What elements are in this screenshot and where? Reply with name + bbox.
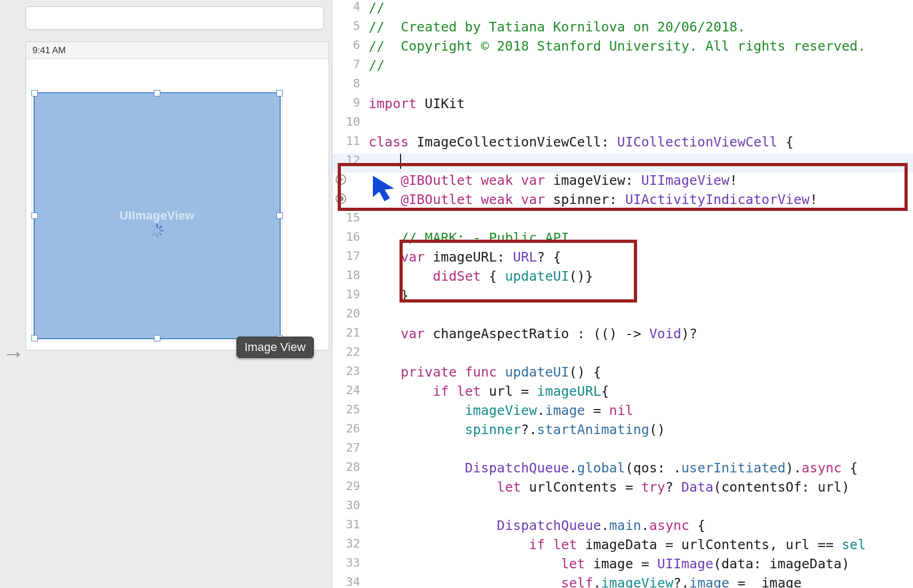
code-text[interactable]: var changeAspectRatio : (() -> Void)? <box>369 326 697 341</box>
gutter-line-number[interactable]: 15 <box>332 211 369 224</box>
code-line[interactable]: 24 if let url = imageURL{ <box>332 383 913 403</box>
gutter-line-number[interactable]: 9 <box>332 96 369 109</box>
gutter-line-number[interactable]: 28 <box>332 460 369 473</box>
code-text[interactable]: let urlContents = try? Data(contentsOf: … <box>369 479 850 495</box>
gutter-line-number[interactable]: 24 <box>332 383 369 397</box>
code-text[interactable]: @IBOutlet weak var spinner: UIActivityIn… <box>369 192 818 207</box>
gutter-line-number[interactable]: 27 <box>332 441 369 454</box>
code-text[interactable]: self.imageView?.image = image <box>369 575 802 588</box>
code-line[interactable]: 29 let urlContents = try? Data(contentsO… <box>332 479 913 499</box>
code-text[interactable]: spinner?.startAnimating() <box>369 422 665 437</box>
code-line[interactable]: 33 let image = UIImage(data: imageData) <box>332 556 913 575</box>
resize-handle[interactable] <box>154 90 160 96</box>
code-line[interactable]: 4// <box>332 0 913 19</box>
code-text[interactable]: didSet { updateUI()} <box>369 268 593 284</box>
back-arrow-icon[interactable]: → <box>2 341 25 366</box>
gutter-line-number[interactable]: 14 <box>332 192 369 205</box>
code-scroll-area[interactable]: 4//5// Created by Tatiana Kornilova on 2… <box>332 0 913 588</box>
code-line[interactable]: 31 DispatchQueue.main.async { <box>332 518 913 537</box>
code-line[interactable]: 12 <box>332 153 913 173</box>
gutter-line-number[interactable]: 6 <box>332 38 369 52</box>
gutter-line-number[interactable]: 12 <box>332 153 369 167</box>
code-text[interactable]: class ImageCollectionViewCell: UICollect… <box>369 134 794 150</box>
code-text[interactable]: if let url = imageURL{ <box>369 383 609 399</box>
code-text[interactable]: } <box>369 288 409 303</box>
outlet-connected-icon[interactable] <box>336 193 346 204</box>
gutter-line-number[interactable]: 34 <box>332 575 369 588</box>
gutter-line-number[interactable]: 4 <box>332 0 369 13</box>
code-line[interactable]: 30 <box>332 499 913 518</box>
code-text[interactable]: @IBOutlet weak var imageView: UIImageVie… <box>369 173 737 188</box>
code-line[interactable]: 8 <box>332 77 913 96</box>
code-text[interactable]: import UIKit <box>369 96 465 111</box>
code-line[interactable]: 9import UIKit <box>332 96 913 115</box>
code-line[interactable]: 27 <box>332 441 913 460</box>
code-text[interactable]: // Copyright © 2018 Stanford University.… <box>369 38 866 54</box>
canvas-area[interactable]: UIImageView <box>26 59 329 350</box>
resize-handle[interactable] <box>276 213 283 219</box>
code-line[interactable]: 10 <box>332 115 913 134</box>
code-text[interactable]: let image = UIImage(data: imageData) <box>369 556 858 571</box>
resize-handle[interactable] <box>31 213 38 219</box>
code-line[interactable]: 23 private func updateUI() { <box>332 364 913 383</box>
code-line[interactable]: 13 @IBOutlet weak var imageView: UIImage… <box>332 173 913 192</box>
code-line[interactable]: 34 self.imageView?.image = image <box>332 575 913 588</box>
gutter-line-number[interactable]: 11 <box>332 134 369 148</box>
storyboard-canvas[interactable]: 9:41 AM UIImageView <box>26 42 329 350</box>
code-line[interactable]: 6// Copyright © 2018 Stanford University… <box>332 38 913 58</box>
gutter-line-number[interactable]: 5 <box>332 19 369 32</box>
code-line[interactable]: 19 } <box>332 288 913 307</box>
gutter-line-number[interactable]: 29 <box>332 479 369 493</box>
code-text[interactable]: // Created by Tatiana Kornilova on 20/06… <box>369 19 745 35</box>
code-line[interactable]: 16 // MARK: - Public API <box>332 230 913 249</box>
resize-handle[interactable] <box>276 90 283 96</box>
resize-handle[interactable] <box>31 335 38 341</box>
code-line[interactable]: 17 var imageURL: URL? { <box>332 249 913 268</box>
gutter-line-number[interactable]: 32 <box>332 537 369 550</box>
code-line[interactable]: 11class ImageCollectionViewCell: UIColle… <box>332 134 913 153</box>
gutter-line-number[interactable]: 33 <box>332 556 369 569</box>
gutter-line-number[interactable]: 10 <box>332 115 369 128</box>
uiimageview-selected[interactable]: UIImageView <box>34 92 281 339</box>
code-text[interactable]: DispatchQueue.main.async { <box>369 518 705 533</box>
gutter-line-number[interactable]: 30 <box>332 499 369 512</box>
resize-handle[interactable] <box>154 335 160 341</box>
gutter-line-number[interactable]: 16 <box>332 230 369 243</box>
source-editor[interactable]: 4//5// Created by Tatiana Kornilova on 2… <box>332 0 913 588</box>
gutter-line-number[interactable]: 13 <box>332 173 369 186</box>
code-line[interactable]: 21 var changeAspectRatio : (() -> Void)? <box>332 326 913 345</box>
code-text[interactable]: DispatchQueue.global(qos: .userInitiated… <box>369 460 858 476</box>
code-line[interactable]: 14 @IBOutlet weak var spinner: UIActivit… <box>332 192 913 211</box>
gutter-line-number[interactable]: 8 <box>332 77 369 90</box>
code-line[interactable]: 18 didSet { updateUI()} <box>332 268 913 288</box>
code-line[interactable]: 5// Created by Tatiana Kornilova on 20/0… <box>332 19 913 38</box>
gutter-line-number[interactable]: 25 <box>332 403 369 416</box>
gutter-line-number[interactable]: 17 <box>332 249 369 263</box>
resize-handle[interactable] <box>31 90 38 96</box>
code-line[interactable]: 26 spinner?.startAnimating() <box>332 422 913 441</box>
gutter-line-number[interactable]: 19 <box>332 288 369 301</box>
gutter-line-number[interactable]: 31 <box>332 518 369 531</box>
code-line[interactable]: 32 if let imageData = urlContents, url =… <box>332 537 913 556</box>
gutter-line-number[interactable]: 22 <box>332 345 369 358</box>
code-line[interactable]: 25 imageView.image = nil <box>332 403 913 422</box>
code-line[interactable]: 15 <box>332 211 913 230</box>
code-text[interactable] <box>369 153 401 169</box>
gutter-line-number[interactable]: 26 <box>332 422 369 435</box>
gutter-line-number[interactable]: 18 <box>332 268 369 282</box>
code-text[interactable]: // MARK: - Public API <box>369 230 569 246</box>
gutter-line-number[interactable]: 20 <box>332 307 369 320</box>
gutter-line-number[interactable]: 21 <box>332 326 369 339</box>
code-line[interactable]: 20 <box>332 307 913 326</box>
code-text[interactable]: private func updateUI() { <box>369 364 601 380</box>
code-line[interactable]: 22 <box>332 345 913 364</box>
code-line[interactable]: 28 DispatchQueue.global(qos: .userInitia… <box>332 460 913 479</box>
gutter-line-number[interactable]: 7 <box>332 58 369 71</box>
outlet-add-icon[interactable] <box>336 174 346 185</box>
code-text[interactable]: var imageURL: URL? { <box>369 249 561 265</box>
code-line[interactable]: 7// <box>332 58 913 77</box>
toolbar-search-field[interactable] <box>26 6 324 30</box>
code-text[interactable]: if let imageData = urlContents, url == s… <box>369 537 866 552</box>
code-text[interactable]: // <box>369 0 385 15</box>
code-text[interactable]: imageView.image = nil <box>369 403 633 418</box>
